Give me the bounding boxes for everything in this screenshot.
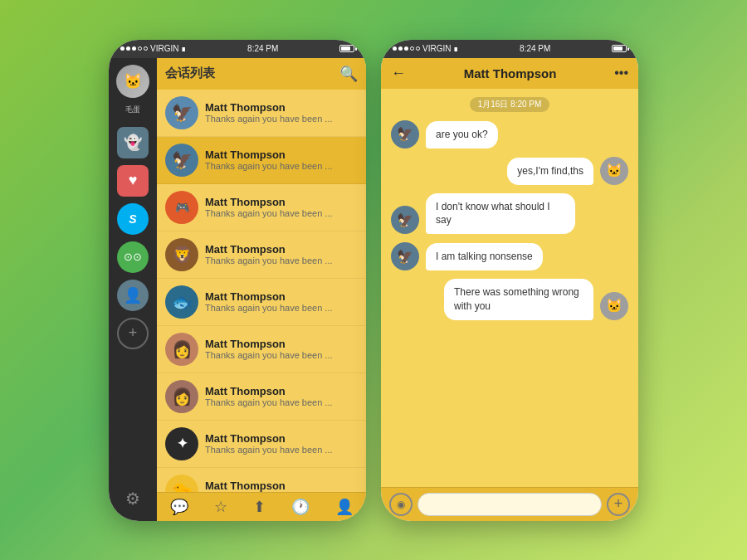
sidebar-gear-icon[interactable]: ⚙ bbox=[117, 483, 149, 514]
chat-name-2: Matt Thompson bbox=[205, 196, 358, 208]
message-input[interactable] bbox=[417, 493, 602, 516]
status-bar-1: VIRGIN ∎ 8:24 PM bbox=[109, 40, 366, 58]
chat-avatar-5: 👩 bbox=[165, 333, 198, 366]
avatar-image: 🐱 bbox=[116, 65, 149, 98]
chat-item[interactable]: 👩 Matt Thompson Thanks again you have be… bbox=[157, 373, 366, 421]
signal-dots-2 bbox=[393, 46, 420, 51]
dot-5b bbox=[416, 46, 420, 51]
message-row-0: 🦅 are you ok? bbox=[391, 120, 628, 149]
msg-avatar-0: 🦅 bbox=[391, 120, 419, 149]
chat-header: ← Matt Thompson ••• bbox=[381, 58, 638, 89]
dot-2 bbox=[126, 46, 130, 51]
tab-person-icon[interactable]: 👤 bbox=[335, 498, 354, 516]
chat-input-area: ◉ + bbox=[381, 487, 638, 521]
msg-bubble-1: yes,I'm find,ths bbox=[507, 158, 593, 185]
message-row-2: 🦅 I don't know what should I say bbox=[391, 193, 628, 235]
more-options-button[interactable]: ••• bbox=[614, 66, 628, 80]
battery-2 bbox=[612, 45, 627, 52]
back-button[interactable]: ← bbox=[391, 65, 406, 82]
chat-name-4: Matt Thompson bbox=[205, 290, 358, 303]
tab-chat-icon[interactable]: 💬 bbox=[170, 498, 188, 516]
chat-avatar-7: ✦ bbox=[165, 427, 198, 460]
message-row-1: 🐱 yes,I'm find,ths bbox=[391, 157, 628, 185]
chat-item[interactable]: 🦁 Matt Thompson Thanks again you have be… bbox=[157, 231, 366, 279]
dot-5 bbox=[144, 46, 148, 51]
dot-3 bbox=[132, 46, 136, 51]
sidebar-person-icon[interactable]: 👤 bbox=[117, 280, 149, 311]
chat-items-list: 🦅 Matt Thompson Thanks again you have be… bbox=[157, 90, 366, 492]
wifi-icon-2: ∎ bbox=[453, 44, 458, 53]
tab-share-icon[interactable]: ⬆ bbox=[253, 498, 266, 516]
dot-4b bbox=[410, 46, 414, 51]
phone-chat-view: VIRGIN ∎ 8:24 PM ← Matt Thompson ••• 1月1… bbox=[381, 40, 638, 521]
message-row-4: 🐱 There was something wrong with you bbox=[391, 279, 628, 320]
chat-name-7: Matt Thompson bbox=[205, 432, 358, 445]
status-left-1: VIRGIN ∎ bbox=[120, 44, 186, 53]
chat-preview-0: Thanks again you have been ... bbox=[205, 114, 358, 124]
msg-bubble-2: I don't know what should I say bbox=[426, 193, 575, 235]
tab-clock-icon[interactable]: 🕐 bbox=[291, 498, 310, 516]
chat-info-3: Matt Thompson Thanks again you have been… bbox=[205, 243, 358, 265]
chat-item[interactable]: 🦅 Matt Thompson Thanks again you have be… bbox=[157, 137, 366, 184]
chat-avatar-6: 👩 bbox=[165, 380, 198, 413]
chat-name-6: Matt Thompson bbox=[205, 385, 358, 397]
msg-avatar-4: 🐱 bbox=[600, 292, 628, 320]
chat-item[interactable]: 👩 Matt Thompson Thanks again you have be… bbox=[157, 326, 366, 373]
message-row-3: 🦅 I am talking nonsense bbox=[391, 242, 628, 270]
chat-name-1: Matt Thompson bbox=[205, 149, 358, 161]
chat-name-5: Matt Thompson bbox=[205, 338, 358, 350]
battery-fill-2 bbox=[613, 46, 622, 51]
msg-avatar-1: 🐱 bbox=[600, 157, 628, 185]
chat-name-8: Matt Thompson bbox=[205, 480, 358, 492]
bottom-tabs: 💬 ☆ ⬆ 🕐 👤 bbox=[157, 492, 366, 521]
sidebar-add-icon[interactable]: + bbox=[117, 318, 149, 349]
carrier-1: VIRGIN bbox=[150, 44, 178, 53]
status-right-2 bbox=[612, 45, 627, 52]
voice-button[interactable]: ◉ bbox=[389, 493, 413, 516]
chat-item[interactable]: 🦅 Matt Thompson Thanks again you have be… bbox=[157, 90, 366, 137]
sidebar-ghost-icon[interactable]: 👻 bbox=[117, 127, 149, 158]
chat-preview-4: Thanks again you have been ... bbox=[205, 303, 358, 313]
battery-1 bbox=[339, 45, 354, 52]
chat-item[interactable]: 🐟 Matt Thompson Thanks again you have be… bbox=[157, 279, 366, 326]
sidebar-wechat-icon[interactable]: ⊙⊙ bbox=[117, 241, 149, 273]
battery-fill-1 bbox=[341, 46, 350, 51]
status-right-1 bbox=[339, 45, 354, 52]
dot-2b bbox=[398, 46, 403, 51]
dot-4 bbox=[138, 46, 142, 51]
dot-1b bbox=[393, 46, 397, 51]
add-attachment-button[interactable]: + bbox=[607, 493, 630, 516]
msg-bubble-3: I am talking nonsense bbox=[426, 243, 543, 270]
chat-item[interactable]: ✦ Matt Thompson Thanks again you have be… bbox=[157, 421, 366, 468]
chat-preview-1: Thanks again you have been ... bbox=[205, 161, 358, 171]
chat-info-6: Matt Thompson Thanks again you have been… bbox=[205, 385, 358, 407]
msg-bubble-4: There was something wrong with you bbox=[444, 279, 593, 320]
msg-avatar-3: 🦅 bbox=[391, 242, 419, 270]
chat-avatar-0: 🦅 bbox=[165, 96, 198, 129]
chat-list-header: 会话列表 🔍 bbox=[157, 58, 366, 90]
chat-preview-6: Thanks again you have been ... bbox=[205, 397, 358, 407]
user-label: 毛蛋 bbox=[125, 105, 140, 115]
user-avatar[interactable]: 🐱 bbox=[116, 65, 149, 98]
chat-preview-3: Thanks again you have been ... bbox=[205, 256, 358, 265]
message-date: 1月16日 8:20 PM bbox=[470, 97, 550, 112]
chat-info-2: Matt Thompson Thanks again you have been… bbox=[205, 196, 358, 218]
time-1: 8:24 PM bbox=[247, 44, 278, 53]
tab-star-icon[interactable]: ☆ bbox=[214, 498, 227, 516]
chat-info-0: Matt Thompson Thanks again you have been… bbox=[205, 101, 358, 124]
search-icon[interactable]: 🔍 bbox=[339, 65, 358, 83]
chat-avatar-3: 🦁 bbox=[165, 238, 198, 271]
phone-chat-list: VIRGIN ∎ 8:24 PM 🐱 毛蛋 👻 ♥ S ⊙⊙ � bbox=[109, 40, 366, 521]
sidebar: 🐱 毛蛋 👻 ♥ S ⊙⊙ 👤 + ⚙ bbox=[109, 58, 157, 521]
sidebar-skype-icon[interactable]: S bbox=[117, 203, 149, 235]
chat-name-0: Matt Thompson bbox=[205, 101, 358, 114]
chat-avatar-2: 🎮 bbox=[165, 191, 198, 224]
chat-avatar-1: 🦅 bbox=[165, 144, 198, 177]
chat-contact-name: Matt Thompson bbox=[413, 66, 608, 80]
chat-messages: 1月16日 8:20 PM 🦅 are you ok? 🐱 yes,I'm fi… bbox=[381, 89, 638, 487]
chat-preview-5: Thanks again you have been ... bbox=[205, 350, 358, 360]
status-bar-2: VIRGIN ∎ 8:24 PM bbox=[381, 40, 638, 58]
sidebar-heart-icon[interactable]: ♥ bbox=[117, 165, 149, 197]
chat-item[interactable]: 🐤 Matt Thompson Thanks again you have be… bbox=[157, 468, 366, 492]
chat-item[interactable]: 🎮 Matt Thompson Thanks again you have be… bbox=[157, 184, 366, 231]
